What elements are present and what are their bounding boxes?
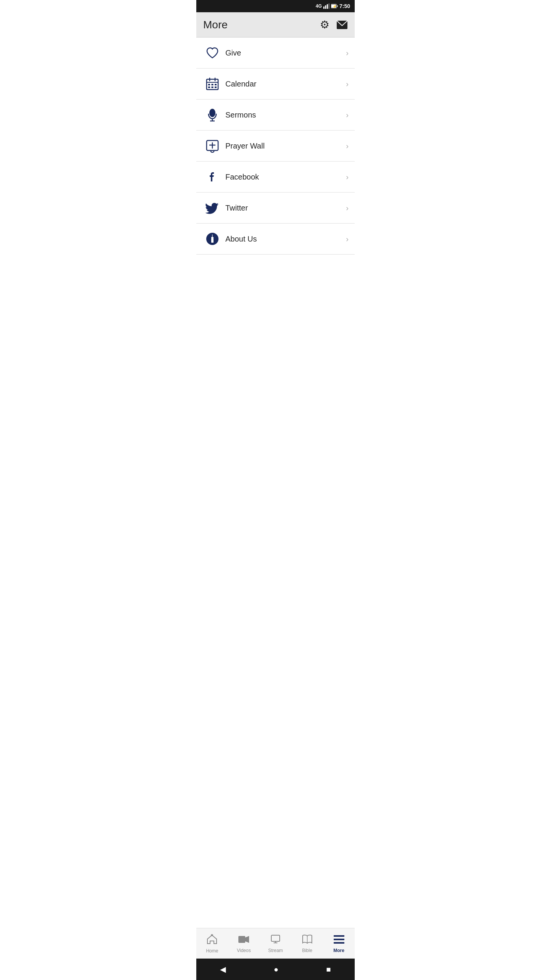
home-button[interactable]: ● xyxy=(274,965,278,974)
nav-item-home[interactable]: Home xyxy=(196,934,228,954)
nav-item-videos[interactable]: Videos xyxy=(228,934,260,953)
page-title: More xyxy=(203,19,228,31)
nav-item-bible[interactable]: Bible xyxy=(291,934,323,953)
menu-item-sermons[interactable]: Sermons › xyxy=(196,100,355,131)
system-nav-bar: ◀ ● ■ xyxy=(196,959,355,980)
about-us-chevron: › xyxy=(346,235,349,243)
svg-rect-1 xyxy=(325,5,326,9)
calendar-chevron: › xyxy=(346,80,349,88)
menu-item-facebook[interactable]: Facebook › xyxy=(196,162,355,193)
menu-list: Give › Calendar › xyxy=(196,38,355,928)
svg-marker-34 xyxy=(245,936,249,943)
home-nav-label: Home xyxy=(206,948,218,954)
svg-rect-41 xyxy=(334,942,344,944)
signal-bars-icon xyxy=(323,3,329,9)
mail-icon[interactable] xyxy=(336,20,348,29)
videos-nav-icon xyxy=(238,934,249,946)
prayer-wall-icon xyxy=(202,139,222,153)
svg-rect-16 xyxy=(215,84,217,85)
signal-icon: 4G xyxy=(316,3,322,9)
status-icons: 4G ⚡ 7:50 xyxy=(316,3,350,9)
home-nav-icon xyxy=(207,934,217,947)
nav-item-stream[interactable]: Stream xyxy=(260,934,292,953)
bottom-nav: Home Videos Stream Bibl xyxy=(196,928,355,959)
about-us-icon: i xyxy=(202,232,222,246)
sermons-label: Sermons xyxy=(222,111,346,119)
nav-item-more[interactable]: More xyxy=(323,934,355,953)
recent-button[interactable]: ■ xyxy=(326,965,331,974)
header: More ⚙ xyxy=(196,12,355,38)
svg-text:⚡: ⚡ xyxy=(333,4,337,8)
give-label: Give xyxy=(222,49,346,57)
facebook-chevron: › xyxy=(346,173,349,181)
svg-point-20 xyxy=(209,109,215,117)
svg-rect-14 xyxy=(208,84,210,85)
status-bar: 4G ⚡ 7:50 xyxy=(196,0,355,12)
menu-item-prayer-wall[interactable]: Prayer Wall › xyxy=(196,131,355,162)
svg-rect-2 xyxy=(327,4,328,9)
facebook-label: Facebook xyxy=(222,173,346,181)
menu-item-calendar[interactable]: Calendar › xyxy=(196,69,355,100)
svg-rect-33 xyxy=(238,936,245,943)
svg-rect-15 xyxy=(212,84,214,85)
bible-nav-icon xyxy=(302,934,313,946)
give-icon xyxy=(202,46,222,60)
stream-nav-label: Stream xyxy=(268,948,283,953)
svg-rect-35 xyxy=(271,935,280,941)
svg-rect-39 xyxy=(334,935,344,937)
calendar-icon xyxy=(202,77,222,91)
prayer-wall-chevron: › xyxy=(346,142,349,150)
bible-nav-label: Bible xyxy=(302,948,312,953)
stream-nav-icon xyxy=(270,934,281,946)
svg-rect-29 xyxy=(211,237,214,238)
settings-icon[interactable]: ⚙ xyxy=(320,18,329,31)
menu-item-about-us[interactable]: i About Us › xyxy=(196,224,355,255)
calendar-label: Calendar xyxy=(222,80,346,88)
videos-nav-label: Videos xyxy=(237,948,251,953)
svg-rect-28 xyxy=(211,238,214,243)
sermons-chevron: › xyxy=(346,111,349,119)
svg-rect-3 xyxy=(328,3,329,9)
back-button[interactable]: ◀ xyxy=(220,965,226,974)
more-nav-icon xyxy=(334,934,344,946)
svg-rect-18 xyxy=(212,87,214,88)
twitter-label: Twitter xyxy=(222,204,346,212)
svg-rect-0 xyxy=(323,7,324,9)
time-display: 7:50 xyxy=(339,3,350,9)
facebook-icon xyxy=(202,170,222,184)
twitter-chevron: › xyxy=(346,204,349,212)
about-us-label: About Us xyxy=(222,235,346,243)
battery-icon: ⚡ xyxy=(331,4,338,8)
twitter-icon xyxy=(202,201,222,215)
svg-rect-17 xyxy=(208,87,210,88)
give-chevron: › xyxy=(346,49,349,57)
header-actions: ⚙ xyxy=(320,18,348,31)
more-nav-label: More xyxy=(333,948,344,953)
prayer-wall-label: Prayer Wall xyxy=(222,142,346,150)
svg-rect-40 xyxy=(334,939,344,940)
menu-item-give[interactable]: Give › xyxy=(196,38,355,69)
svg-rect-19 xyxy=(215,87,217,88)
menu-item-twitter[interactable]: Twitter › xyxy=(196,193,355,224)
sermons-icon xyxy=(202,108,222,122)
svg-rect-6 xyxy=(337,5,337,7)
